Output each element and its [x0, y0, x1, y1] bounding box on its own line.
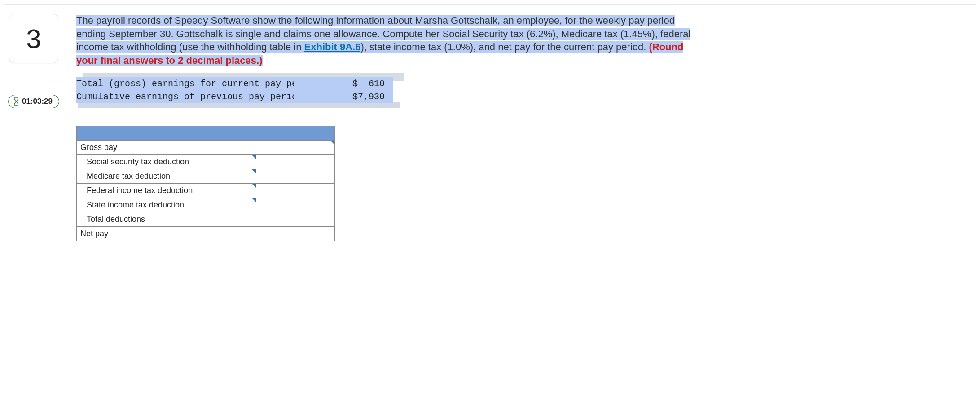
- problem-statement: The payroll records of Speedy Software s…: [76, 14, 705, 67]
- table-header-cell: [211, 126, 256, 140]
- row-label: Total deductions: [77, 212, 211, 226]
- table-row: Net pay: [77, 226, 335, 241]
- row-label: Federal income tax deduction: [77, 183, 211, 198]
- question-number-badge: 3: [9, 14, 58, 63]
- row-label: Net pay: [77, 226, 211, 241]
- given-row: Cumulative earnings of previous pay peri…: [76, 90, 393, 103]
- given-value: $7,930: [352, 90, 393, 103]
- row-label: State income tax deduction: [77, 198, 211, 212]
- table-header-row: [77, 126, 335, 140]
- table-row: Federal income tax deduction: [77, 183, 335, 198]
- given-value: $ 610: [352, 77, 393, 90]
- empty-cell: [211, 226, 256, 241]
- empty-cell: [256, 198, 335, 212]
- top-divider: [4, 4, 976, 5]
- table-row: State income tax deduction: [77, 198, 335, 212]
- table-row: Medicare tax deduction: [77, 169, 335, 183]
- input-indicator-icon: [252, 184, 256, 188]
- question-number-text: 3: [26, 23, 41, 54]
- empty-cell: [256, 212, 335, 226]
- input-indicator-icon: [252, 155, 256, 159]
- table-header-cell: [77, 126, 211, 140]
- deduction-input[interactable]: [211, 183, 256, 198]
- empty-cell: [256, 226, 335, 241]
- row-label: Social security tax deduction: [77, 154, 211, 169]
- given-data-block: Total (gross) earnings for current pay p…: [76, 77, 393, 103]
- timer-value: 01:03:29: [22, 97, 53, 106]
- table-row: Gross pay: [77, 140, 335, 154]
- hourglass-icon: [13, 97, 19, 106]
- input-indicator-icon: [252, 198, 256, 202]
- problem-text-part2: ), state income tax (1.0%), and net pay …: [360, 41, 649, 53]
- empty-cell: [256, 154, 335, 169]
- row-label: Medicare tax deduction: [77, 169, 211, 183]
- given-label: Total (gross) earnings for current pay p…: [76, 77, 294, 90]
- table-row: Social security tax deduction: [77, 154, 335, 169]
- exhibit-link[interactable]: Exhibit 9A.6: [304, 41, 361, 53]
- empty-cell: [211, 212, 256, 226]
- deduction-input[interactable]: [211, 154, 256, 169]
- table-row: Total deductions: [77, 212, 335, 226]
- input-indicator-icon: [252, 169, 256, 173]
- empty-cell: [256, 183, 335, 198]
- given-row: Total (gross) earnings for current pay p…: [76, 77, 393, 90]
- empty-cell: [211, 140, 256, 154]
- main-content: The payroll records of Speedy Software s…: [76, 14, 705, 241]
- answer-table: Gross paySocial security tax deductionMe…: [76, 126, 335, 241]
- left-sidebar: 3 01:03:29: [4, 14, 63, 108]
- table-header-cell: [256, 126, 335, 140]
- row-label: Gross pay: [77, 140, 211, 154]
- deduction-input[interactable]: [211, 198, 256, 212]
- amount-input[interactable]: [256, 140, 335, 154]
- question-layout: 3 01:03:29 The payroll records of Speedy…: [4, 14, 976, 241]
- empty-cell: [256, 169, 335, 183]
- deduction-input[interactable]: [211, 169, 256, 183]
- given-label: Cumulative earnings of previous pay peri…: [76, 90, 294, 103]
- timer-pill: 01:03:29: [8, 95, 59, 108]
- input-indicator-icon: [330, 141, 334, 145]
